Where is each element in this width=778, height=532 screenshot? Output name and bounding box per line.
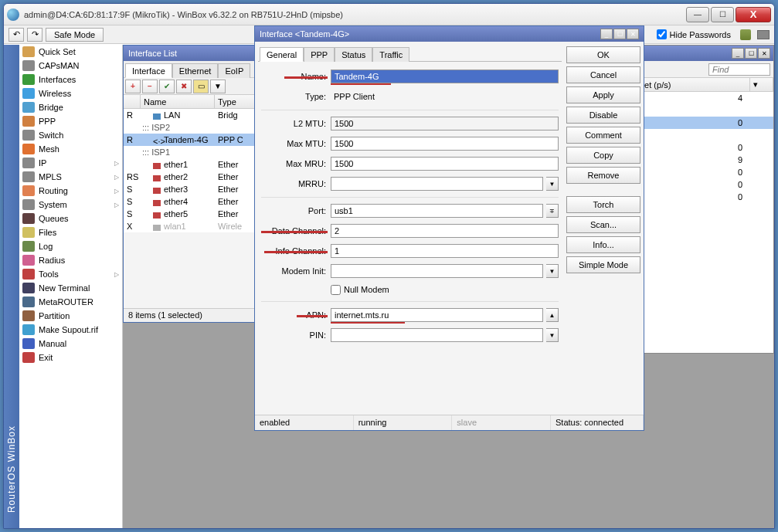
infochannel-input[interactable] — [331, 244, 559, 258]
table-row[interactable]: ::: ISP2 — [124, 121, 261, 134]
table-row[interactable]: R<·>Tandem-4GPPP C — [124, 134, 261, 146]
sidebar-item-routing[interactable]: Routing▷ — [19, 184, 122, 198]
sidebar-item-partition[interactable]: Partition — [19, 309, 122, 323]
interface-list-title-bar[interactable]: Interface List — [124, 46, 261, 61]
close-button[interactable]: X — [736, 7, 771, 22]
safe-mode-button[interactable]: Safe Mode — [46, 28, 104, 42]
dialog-close-button[interactable]: ✕ — [627, 29, 639, 39]
forward-button[interactable]: ↷ — [27, 28, 42, 42]
table-row[interactable]: RSether2Ether — [124, 171, 261, 183]
hide-passwords-checkbox[interactable]: Hide Passwords — [657, 29, 731, 39]
table-row[interactable]: 0 — [628, 166, 773, 178]
sidebar-item-system[interactable]: System▷ — [19, 198, 122, 212]
dialog-title-bar[interactable]: Interface <Tandem-4G> _ ☐ ✕ — [255, 26, 644, 42]
nullmodem-checkbox[interactable] — [331, 285, 341, 295]
find-input[interactable] — [708, 63, 770, 76]
sidebar-item-queues[interactable]: Queues — [19, 212, 122, 225]
maximize-button[interactable]: ☐ — [711, 7, 734, 22]
table-row[interactable]: 0 — [628, 141, 773, 154]
disable-button[interactable]: ✖ — [176, 80, 192, 93]
sidebar-item-interfaces[interactable]: Interfaces — [19, 73, 122, 86]
modeminit-dropdown[interactable]: ▼ — [546, 264, 559, 278]
packets-col[interactable]: acket (p/s) — [628, 78, 750, 91]
tab-eoip[interactable]: EoIP — [218, 63, 250, 78]
enable-button[interactable]: ✔ — [159, 80, 175, 93]
sidebar-item-bridge[interactable]: Bridge — [19, 100, 122, 114]
add-button[interactable]: + — [125, 80, 141, 93]
dashboard-icon[interactable] — [757, 30, 770, 39]
table-row[interactable]: Xwlan1Wirele — [124, 220, 261, 232]
tab-status[interactable]: Status — [335, 47, 372, 62]
apn-dropdown[interactable]: ▲ — [546, 308, 559, 322]
cancel-button[interactable]: Cancel — [566, 66, 640, 83]
sidebar-item-radius[interactable]: Radius — [19, 253, 122, 267]
table-row[interactable]: Sether5Ether — [124, 208, 261, 220]
stats-min-button[interactable]: _ — [732, 48, 744, 59]
sidebar-item-log[interactable]: Log — [19, 239, 122, 253]
back-button[interactable]: ↶ — [8, 28, 24, 42]
port-dropdown[interactable]: ∓ — [546, 204, 559, 218]
ok-button[interactable]: OK — [566, 46, 640, 63]
mrru-dropdown[interactable]: ▼ — [546, 177, 559, 191]
maxmru-input[interactable] — [331, 157, 559, 171]
pin-input[interactable] — [331, 328, 543, 342]
table-row[interactable]: Sether3Ether — [124, 183, 261, 195]
sidebar-item-exit[interactable]: Exit — [19, 351, 122, 364]
dialog-max-button[interactable]: ☐ — [613, 29, 626, 39]
apply-button[interactable]: Apply — [566, 86, 640, 103]
table-row[interactable]: ether1Ether — [124, 158, 261, 171]
sidebar-item-wireless[interactable]: Wireless — [19, 86, 122, 100]
tab-traffic[interactable]: Traffic — [372, 47, 409, 62]
apn-input[interactable] — [331, 308, 543, 322]
sidebar-item-manual[interactable]: Manual — [19, 337, 122, 351]
remove-button[interactable]: − — [142, 80, 158, 93]
sidebar-item-make-supout-rif[interactable]: Make Supout.rif — [19, 323, 122, 337]
pin-dropdown[interactable]: ▼ — [546, 328, 559, 342]
name-input[interactable] — [331, 69, 559, 83]
torch-button[interactable]: Torch — [566, 196, 640, 213]
sidebar-item-new-terminal[interactable]: New Terminal — [19, 281, 122, 295]
port-input[interactable] — [331, 204, 543, 218]
sidebar-item-tools[interactable]: Tools▷ — [19, 267, 122, 281]
table-row[interactable]: 9 — [628, 154, 773, 166]
sidebar-item-ip[interactable]: IP▷ — [19, 156, 122, 170]
comment-button[interactable]: ▭ — [193, 80, 209, 93]
comment-button[interactable]: Comment — [566, 127, 640, 144]
maxmtu-input[interactable] — [331, 137, 559, 151]
stats-close-button[interactable]: ✕ — [758, 48, 770, 59]
table-row[interactable]: 0 — [628, 117, 773, 129]
table-row[interactable]: 0 — [628, 191, 773, 203]
table-row[interactable]: ::: ISP1 — [124, 146, 261, 158]
mrru-input[interactable] — [331, 177, 543, 191]
remove-button[interactable]: Remove — [566, 167, 640, 184]
table-row[interactable]: RLANBridg — [124, 109, 261, 121]
sidebar-item-ppp[interactable]: PPP — [19, 114, 122, 128]
simple-mode-button[interactable]: Simple Mode — [566, 256, 640, 273]
tab-ethernet[interactable]: Ethernet — [172, 63, 219, 78]
modeminit-input[interactable] — [331, 264, 543, 278]
table-row[interactable] — [628, 129, 773, 141]
sidebar-item-quick-set[interactable]: Quick Set — [19, 45, 122, 59]
table-row[interactable] — [628, 104, 773, 117]
tab-general[interactable]: General — [260, 47, 304, 62]
dialog-min-button[interactable]: _ — [600, 29, 613, 39]
stats-max-button[interactable]: ☐ — [745, 48, 757, 59]
tab-interface[interactable]: Interface — [125, 63, 172, 78]
scan--button[interactable]: Scan... — [566, 216, 640, 233]
datachannel-input[interactable] — [331, 224, 559, 238]
sidebar-item-capsman[interactable]: CAPsMAN — [19, 59, 122, 73]
table-row[interactable]: 4 — [628, 92, 773, 104]
disable-button[interactable]: Disable — [566, 107, 640, 124]
sidebar-item-mesh[interactable]: Mesh — [19, 142, 122, 156]
copy-button[interactable]: Copy — [566, 147, 640, 164]
minimize-button[interactable]: — — [686, 7, 709, 22]
sidebar-item-mpls[interactable]: MPLS▷ — [19, 170, 122, 184]
table-row[interactable]: 0 — [628, 178, 773, 191]
table-row[interactable] — [628, 203, 773, 215]
sidebar-item-files[interactable]: Files — [19, 225, 122, 239]
filter-button[interactable]: ▼ — [210, 80, 226, 93]
table-row[interactable]: Sether4Ether — [124, 195, 261, 208]
info--button[interactable]: Info... — [566, 236, 640, 253]
sidebar-item-switch[interactable]: Switch — [19, 128, 122, 142]
sidebar-item-metarouter[interactable]: MetaROUTER — [19, 295, 122, 309]
